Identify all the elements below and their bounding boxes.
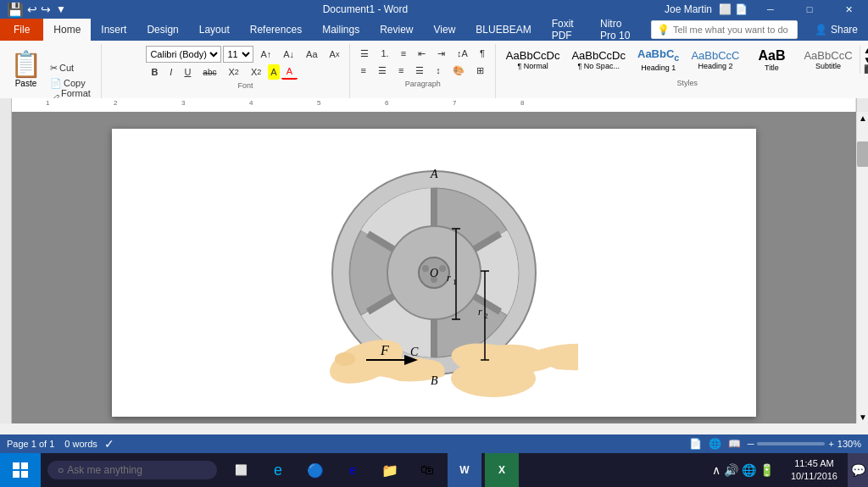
folder-button[interactable]: 📁 <box>373 453 407 487</box>
scroll-thumb[interactable] <box>857 141 868 167</box>
decrease-font-button[interactable]: A↓ <box>278 47 299 62</box>
tab-design[interactable]: Design <box>136 19 188 41</box>
edge-browser-button[interactable]: e <box>261 453 295 487</box>
taskbar-icons: ⬜ e 🔵 e 📁 🛍 W X <box>224 453 519 487</box>
view-print-icon[interactable]: 📄 <box>689 438 702 450</box>
clear-format-button[interactable]: Ax <box>325 47 345 62</box>
document-page[interactable]: F C D F A B O r 1 r 2 <box>112 129 756 417</box>
text-highlight-button[interactable]: A <box>268 64 279 80</box>
paragraph-group-label: Paragraph <box>355 80 489 88</box>
style-subtitle[interactable]: AaBbCcC Subtitle <box>798 46 857 75</box>
battery-icon[interactable]: 🔋 <box>760 463 774 477</box>
style-heading1[interactable]: AaBbCc Heading 1 <box>632 44 684 75</box>
word-button[interactable]: W <box>448 453 481 487</box>
taskbar-search[interactable]: ○ <box>47 461 217 479</box>
zoom-slider[interactable] <box>757 442 825 445</box>
ruler-right <box>856 98 868 112</box>
ruler-marks: 1 2 3 4 5 6 7 8 <box>12 98 856 112</box>
align-left-button[interactable]: ≡ <box>355 63 370 78</box>
superscript-button[interactable]: X2 <box>246 64 266 80</box>
subscript-button[interactable]: X2 <box>223 64 243 80</box>
maximize-button[interactable]: □ <box>790 0 829 19</box>
tab-layout[interactable]: Layout <box>189 19 240 41</box>
italic-button[interactable]: I <box>164 64 177 80</box>
start-button[interactable] <box>0 453 41 487</box>
notifications-button[interactable]: 💬 <box>848 453 868 487</box>
align-center-button[interactable]: ☰ <box>373 63 392 78</box>
show-marks-button[interactable]: ¶ <box>475 46 490 61</box>
tab-review[interactable]: Review <box>370 19 423 41</box>
cut-button[interactable]: ✂ Cut <box>45 60 96 75</box>
numbering-button[interactable]: 1. <box>376 46 393 61</box>
styles-scrollbar[interactable]: ▲ ▼ ⬛ <box>860 46 868 74</box>
style-heading2[interactable]: AaBbCcC Heading 2 <box>686 46 744 75</box>
network-icon[interactable]: 🌐 <box>742 463 756 477</box>
tab-insert[interactable]: Insert <box>91 19 136 41</box>
tab-bluebeam[interactable]: BLUEBEAM <box>465 19 541 41</box>
font-color-button[interactable]: A <box>281 64 298 80</box>
multilevel-button[interactable]: ≡ <box>396 46 411 61</box>
up-arrow-icon[interactable]: ∧ <box>712 463 721 477</box>
lightbulb-icon: 💡 <box>657 24 670 36</box>
bullets-button[interactable]: ☰ <box>355 46 374 61</box>
tell-me-input[interactable] <box>673 25 792 35</box>
view-web-icon[interactable]: 🌐 <box>709 438 721 450</box>
decrease-indent-button[interactable]: ⇤ <box>413 46 431 61</box>
sort-button[interactable]: ↕A <box>452 46 473 61</box>
excel-button[interactable]: X <box>485 453 519 487</box>
increase-indent-button[interactable]: ⇥ <box>432 46 450 61</box>
increase-font-button[interactable]: A↑ <box>255 47 276 62</box>
tab-view[interactable]: View <box>424 19 466 41</box>
speaker-icon[interactable]: 🔊 <box>724 463 738 477</box>
svg-text:B: B <box>431 374 438 387</box>
window-controls[interactable]: ─ □ ✕ <box>751 0 868 19</box>
style-title[interactable]: AaB Title <box>746 44 797 75</box>
scroll-down-button[interactable]: ▼ <box>857 411 868 423</box>
document-title: Document1 - Word <box>66 3 665 15</box>
scroll-up-button[interactable]: ▲ <box>857 112 868 125</box>
borders-button[interactable]: ⊞ <box>471 63 489 78</box>
store-button[interactable]: 🛍 <box>410 453 444 487</box>
styles-row: AaBbCcDc ¶ Normal AaBbCcDc ¶ No Spac... … <box>501 44 868 75</box>
tell-me-box[interactable]: 💡 <box>651 20 798 39</box>
line-spacing-button[interactable]: ↕ <box>431 63 446 78</box>
tab-nitro[interactable]: Nitro Pro 10 <box>590 19 644 41</box>
font-family-select[interactable]: Calibri (Body) <box>146 46 221 63</box>
chrome-button[interactable]: 🔵 <box>298 453 332 487</box>
font-case-button[interactable]: Aa <box>301 47 322 62</box>
tab-references[interactable]: References <box>240 19 312 41</box>
status-bar: Page 1 of 1 0 words ✓ 📄 🌐 📖 ─ + 130% <box>0 434 868 453</box>
tab-home[interactable]: Home <box>43 19 91 41</box>
share-button[interactable]: 👤 Share <box>804 24 868 36</box>
task-view-button[interactable]: ⬜ <box>224 453 258 487</box>
ie-button[interactable]: e <box>336 453 370 487</box>
zoom-controls[interactable]: ─ + 130% <box>748 439 861 449</box>
zoom-in-button[interactable]: + <box>828 439 833 449</box>
shading-button[interactable]: 🎨 <box>448 63 470 78</box>
underline-button[interactable]: U <box>179 64 196 80</box>
align-right-button[interactable]: ≡ <box>393 63 409 78</box>
close-button[interactable]: ✕ <box>829 0 868 19</box>
title-bar: 💾 ↩ ↪ ▼ Document1 - Word Joe Martin ⬜ 📄 … <box>0 0 868 19</box>
svg-text:O: O <box>430 267 438 279</box>
style-default[interactable]: AaBbCcDc ¶ Normal <box>501 46 565 75</box>
justify-button[interactable]: ☰ <box>410 63 429 78</box>
document-area[interactable]: F C D F A B O r 1 r 2 <box>0 112 868 423</box>
minimize-button[interactable]: ─ <box>751 0 790 19</box>
zoom-out-button[interactable]: ─ <box>748 439 754 449</box>
svg-point-11 <box>439 265 446 272</box>
bold-button[interactable]: B <box>146 64 163 80</box>
tab-foxit[interactable]: Foxit PDF <box>542 19 590 41</box>
taskbar: ○ ⬜ e 🔵 e 📁 🛍 W X ∧ 🔊 🌐 🔋 11:45 AM 10/11… <box>0 453 868 487</box>
font-size-select[interactable]: 11 <box>223 46 253 63</box>
style-no-space[interactable]: AaBbCcDc ¶ No Spac... <box>566 46 631 75</box>
tab-file[interactable]: File <box>0 19 43 41</box>
vertical-scrollbar[interactable]: ▲ ▼ <box>856 112 868 423</box>
system-time[interactable]: 11:45 AM 10/11/2016 <box>781 457 848 484</box>
search-input[interactable] <box>67 464 203 476</box>
tab-mailings[interactable]: Mailings <box>312 19 370 41</box>
document-check-icon: ✓ <box>104 437 114 451</box>
strikethrough-button[interactable]: abc <box>198 64 221 80</box>
windows-logo-icon <box>12 462 29 479</box>
view-read-icon[interactable]: 📖 <box>728 438 741 450</box>
